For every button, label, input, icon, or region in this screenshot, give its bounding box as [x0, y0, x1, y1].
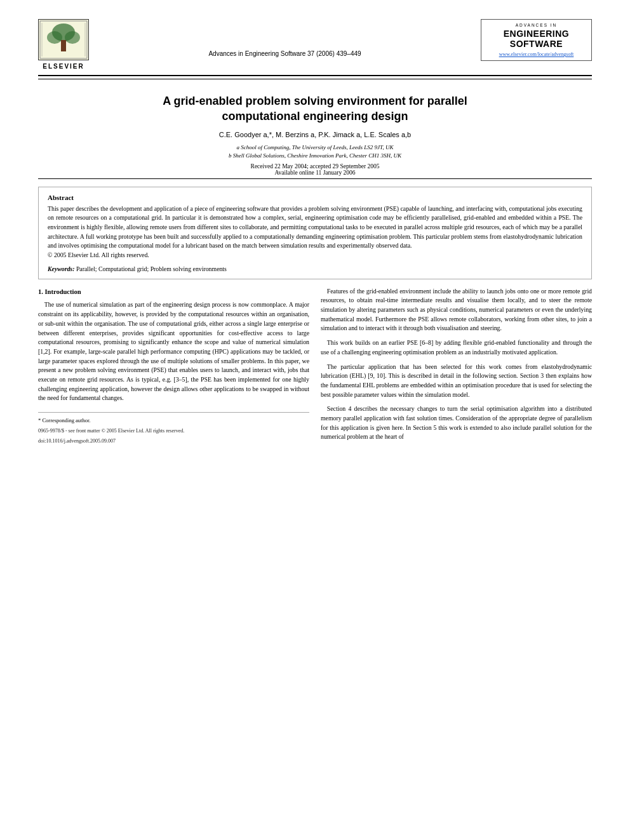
body-columns: 1. Introduction The use of numerical sim… — [38, 287, 592, 447]
journal-ref-text: Advances in Engineering Software 37 (200… — [208, 50, 361, 57]
elsevier-logo-image — [38, 19, 89, 60]
section1-para5: Section 4 describes the necessary change… — [321, 404, 592, 442]
elsevier-label: ELSEVIER — [43, 63, 84, 70]
abstract-section: Abstract This paper describes the develo… — [38, 187, 592, 279]
svg-rect-5 — [61, 40, 66, 51]
elsevier-logo: ELSEVIER — [38, 19, 89, 70]
paper-title: A grid-enabled problem solving environme… — [38, 93, 592, 124]
left-column: 1. Introduction The use of numerical sim… — [38, 287, 309, 447]
affiliation-a: a School of Computing, The University of… — [237, 144, 394, 150]
journal-reference: Advances in Engineering Software 37 (200… — [89, 22, 481, 57]
right-column: Features of the grid-enabled environment… — [321, 287, 592, 447]
journal-logo: ADVANCES IN ENGINEERING SOFTWARE www.els… — [481, 19, 592, 61]
page: ELSEVIER Advances in Engineering Softwar… — [0, 0, 630, 840]
abstract-text: This paper describes the development and… — [48, 204, 582, 260]
section1-title: 1. Introduction — [38, 287, 309, 297]
footnote-section: * Corresponding author. 0965-9978/$ - se… — [38, 412, 309, 445]
footnote-corresponding: * Corresponding author. — [38, 417, 309, 425]
section1-para3: This work builds on an earlier PSE [6–8]… — [321, 338, 592, 357]
copyright: © 2005 Elsevier Ltd. All rights reserved… — [48, 251, 149, 258]
section1-para1: The use of numerical simulation as part … — [38, 300, 309, 403]
available-text: Available online 11 January 2006 — [274, 170, 355, 176]
header-divider-thin — [38, 79, 592, 79]
journal-logo-advances: ADVANCES IN — [486, 23, 586, 27]
keywords: Keywords: Parallel; Computational grid; … — [48, 265, 582, 272]
header: ELSEVIER Advances in Engineering Softwar… — [38, 19, 592, 70]
footer-issn: 0965-9978/$ - see front matter © 2005 El… — [38, 427, 309, 435]
affiliation-b: b Shell Global Solutions, Cheshire Innov… — [229, 152, 401, 159]
received-dates: Received 22 May 2004; accepted 29 Septem… — [38, 163, 592, 176]
journal-url[interactable]: www.elsevier.com/locate/advengsoft — [486, 51, 586, 57]
received-text: Received 22 May 2004; accepted 29 Septem… — [251, 163, 380, 170]
authors: C.E. Goodyer a,*, M. Berzins a, P.K. Jim… — [38, 131, 592, 138]
section1-para4: The particular application that has been… — [321, 363, 592, 400]
affiliations: a School of Computing, The University of… — [38, 143, 592, 161]
journal-logo-engineering: ENGINEERING SOFTWARE — [486, 29, 586, 49]
svg-point-3 — [47, 31, 62, 44]
footer-doi: doi:10.1016/j.advengsoft.2005.09.007 — [38, 437, 309, 445]
abstract-divider-top — [38, 178, 592, 179]
header-divider-thick — [38, 75, 592, 76]
svg-point-4 — [65, 31, 80, 44]
section1-para2: Features of the grid-enabled environment… — [321, 287, 592, 333]
abstract-title: Abstract — [48, 194, 582, 201]
